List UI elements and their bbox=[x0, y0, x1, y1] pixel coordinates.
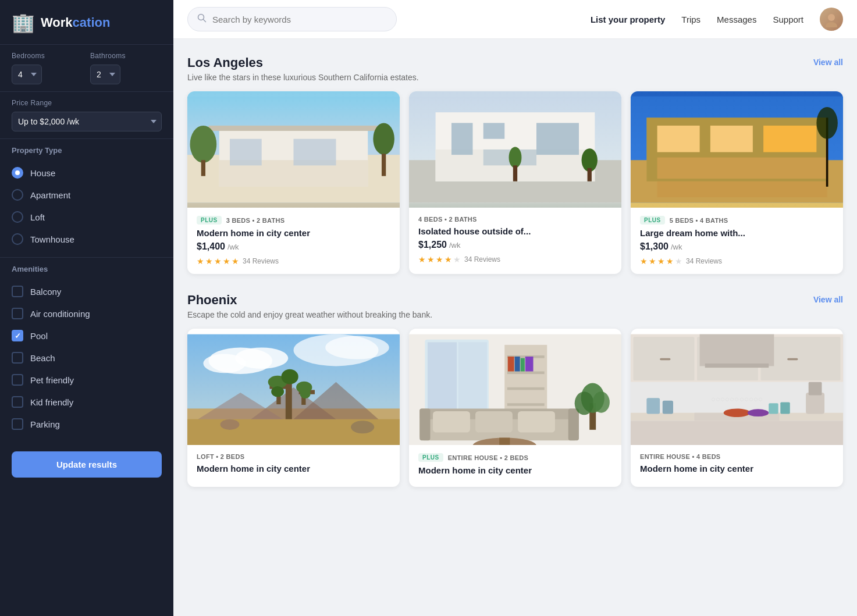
property-card[interactable]: PLUS ENTIRE HOUSE • 2 BEDS Modern home i… bbox=[409, 329, 621, 487]
svg-rect-9 bbox=[294, 139, 336, 166]
svg-point-3 bbox=[826, 22, 837, 27]
los-angeles-view-all[interactable]: View all bbox=[813, 58, 843, 67]
amenity-air-conditioning[interactable]: Air conditioning bbox=[12, 302, 162, 325]
card-image: ⬡ ⬡ ⬡ ⬡ ⬡ ⬡ ⬡ ⬡ ⬡ ⬡ ⬡ bbox=[631, 329, 843, 445]
search-input[interactable] bbox=[212, 15, 387, 24]
card-image bbox=[409, 329, 621, 445]
bedrooms-select[interactable]: 4 1 2 3 5 6+ bbox=[12, 65, 42, 84]
amenities-label: Amenities bbox=[12, 265, 162, 273]
checkbox-pet-friendly bbox=[12, 374, 23, 386]
amenity-air-conditioning-label: Air conditioning bbox=[30, 309, 90, 319]
svg-point-84 bbox=[593, 391, 610, 413]
search-box[interactable] bbox=[187, 7, 397, 31]
amenity-pet-friendly-label: Pet friendly bbox=[30, 375, 74, 385]
price-range-section: Price Range Up to $2,000 /wk Up to $500 … bbox=[0, 91, 173, 138]
svg-rect-100 bbox=[631, 421, 843, 445]
card-price: $1,250 bbox=[418, 240, 447, 250]
bathrooms-select[interactable]: 2 1 3 4 5+ bbox=[90, 65, 120, 84]
svg-rect-70 bbox=[508, 357, 514, 372]
card-meta-row: PLUS 5 BEDS • 4 BATHS bbox=[640, 216, 834, 225]
svg-rect-106 bbox=[806, 393, 824, 414]
property-type-apartment[interactable]: Apartment bbox=[12, 184, 162, 206]
property-type-loft[interactable]: Loft bbox=[12, 206, 162, 228]
nav-list-property[interactable]: List your property bbox=[591, 15, 665, 24]
main-area: List your property Trips Messages Suppor… bbox=[173, 0, 857, 616]
svg-point-83 bbox=[575, 391, 594, 415]
svg-rect-67 bbox=[507, 372, 545, 375]
radio-apartment bbox=[12, 189, 23, 201]
star-1: ★ bbox=[418, 255, 426, 264]
svg-rect-8 bbox=[230, 139, 262, 166]
card-meta-row: PLUS ENTIRE HOUSE • 2 BEDS bbox=[418, 453, 612, 462]
plus-badge: PLUS bbox=[197, 216, 222, 225]
nav-messages[interactable]: Messages bbox=[717, 15, 756, 24]
svg-rect-108 bbox=[769, 403, 778, 414]
star-2: ★ bbox=[205, 257, 213, 266]
svg-rect-10 bbox=[209, 126, 379, 131]
bathrooms-label: Bathrooms bbox=[90, 52, 162, 60]
price-range-select[interactable]: Up to $2,000 /wk Up to $500 /wk Up to $1… bbox=[12, 112, 162, 131]
amenity-parking[interactable]: Parking bbox=[12, 413, 162, 435]
phoenix-subtitle: Escape the cold and enjoy great weather … bbox=[187, 310, 432, 319]
star-2: ★ bbox=[649, 257, 656, 266]
checkbox-pool: ✓ bbox=[12, 330, 23, 341]
amenity-kid-friendly[interactable]: Kid friendly bbox=[12, 391, 162, 413]
property-type-house[interactable]: House bbox=[12, 162, 162, 184]
amenity-beach[interactable]: Beach bbox=[12, 347, 162, 369]
star-4: ★ bbox=[666, 257, 674, 266]
nav-links: List your property Trips Messages Suppor… bbox=[591, 8, 843, 31]
amenities-section: Amenities Balcony Air conditioning ✓ Poo… bbox=[0, 257, 173, 442]
sidebar: 🏢 Workcation Bedrooms 4 1 2 3 5 6+ Bathr… bbox=[0, 0, 173, 616]
amenity-balcony[interactable]: Balcony bbox=[12, 280, 162, 302]
amenities-list: Balcony Air conditioning ✓ Pool Beach Pe… bbox=[12, 280, 162, 435]
amenity-pet-friendly[interactable]: Pet friendly bbox=[12, 369, 162, 391]
card-body: PLUS 5 BEDS • 4 BATHS Large dream home w… bbox=[631, 208, 843, 274]
update-results-button[interactable]: Update results bbox=[12, 451, 162, 478]
card-title: Modern home in city center bbox=[418, 465, 612, 475]
card-per: /wk bbox=[227, 243, 239, 251]
svg-rect-109 bbox=[780, 402, 790, 414]
property-card[interactable]: 4 BEDS • 2 BATHS Isolated house outside … bbox=[409, 91, 621, 274]
svg-rect-86 bbox=[499, 438, 510, 445]
amenity-pool[interactable]: ✓ Pool bbox=[12, 325, 162, 347]
stars: ★ ★ ★ ★ ★ bbox=[197, 257, 239, 266]
reviews-count: 34 Reviews bbox=[464, 255, 500, 264]
svg-rect-78 bbox=[433, 411, 470, 433]
svg-rect-94 bbox=[787, 358, 798, 361]
property-type-townhouse[interactable]: Townhouse bbox=[12, 228, 162, 250]
svg-rect-80 bbox=[518, 411, 555, 433]
svg-rect-107 bbox=[809, 382, 822, 396]
checkbox-balcony bbox=[12, 286, 23, 297]
svg-rect-20 bbox=[483, 123, 505, 138]
phoenix-view-all[interactable]: View all bbox=[813, 295, 843, 304]
bedrooms-label: Bedrooms bbox=[12, 52, 83, 60]
card-title: Isolated house outside of... bbox=[418, 226, 612, 236]
phoenix-title: Phoenix bbox=[187, 293, 432, 308]
nav-trips[interactable]: Trips bbox=[681, 15, 700, 24]
logo-text: Workcation bbox=[41, 15, 110, 30]
star-5: ★ bbox=[453, 255, 461, 264]
property-card[interactable]: PLUS 5 BEDS • 4 BATHS Large dream home w… bbox=[631, 91, 843, 274]
los-angeles-cards: PLUS 3 BEDS • 2 BATHS Modern home in cit… bbox=[187, 91, 843, 274]
card-title: Modern home in city center bbox=[640, 464, 834, 473]
svg-rect-102 bbox=[646, 398, 660, 414]
svg-rect-79 bbox=[475, 411, 513, 433]
property-type-loft-label: Loft bbox=[30, 212, 45, 222]
radio-townhouse bbox=[12, 233, 23, 245]
card-beds-baths: ENTIRE HOUSE • 2 BEDS bbox=[448, 454, 529, 461]
card-price-row: $1,400 /wk bbox=[197, 241, 390, 252]
property-card[interactable]: ⬡ ⬡ ⬡ ⬡ ⬡ ⬡ ⬡ ⬡ ⬡ ⬡ ⬡ bbox=[631, 329, 843, 487]
svg-rect-96 bbox=[705, 364, 769, 368]
property-type-house-label: House bbox=[30, 168, 55, 178]
star-3: ★ bbox=[657, 257, 665, 266]
phoenix-cards: LOFT • 2 BEDS Modern home in city center bbox=[187, 329, 843, 487]
svg-rect-95 bbox=[700, 334, 774, 366]
svg-rect-76 bbox=[419, 408, 430, 440]
property-card[interactable]: LOFT • 2 BEDS Modern home in city center bbox=[187, 329, 400, 487]
nav-support[interactable]: Support bbox=[773, 15, 803, 24]
svg-rect-21 bbox=[536, 123, 579, 155]
property-card[interactable]: PLUS 3 BEDS • 2 BATHS Modern home in cit… bbox=[187, 91, 400, 274]
card-image bbox=[187, 91, 400, 208]
card-per: /wk bbox=[671, 243, 682, 251]
avatar[interactable] bbox=[820, 8, 843, 31]
